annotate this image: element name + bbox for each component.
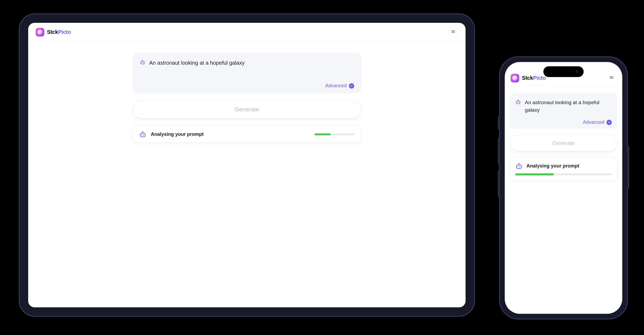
phone-dynamic-island — [543, 66, 584, 77]
logo-text: StckPicto — [47, 29, 71, 35]
status-card: Analysing your prompt — [133, 126, 361, 143]
hamburger-icon — [610, 78, 613, 78]
content-stack: An astronaut looking at a hopeful galaxy… — [510, 94, 617, 314]
prompt-card: An astronaut looking at a hopeful galaxy… — [510, 94, 617, 129]
chevron-down-icon — [349, 83, 354, 89]
generate-button-label: Generate — [552, 140, 575, 146]
phone-device-frame: StckPicto — [499, 56, 628, 319]
prompt-input[interactable]: An astronaut looking at a hopeful galaxy — [149, 59, 245, 67]
chevron-down-icon — [606, 120, 612, 125]
phone-power-button — [627, 146, 629, 189]
menu-button[interactable] — [448, 27, 458, 37]
app-logo[interactable]: StckPicto — [511, 74, 546, 82]
svg-point-1 — [141, 62, 142, 63]
svg-rect-10 — [516, 101, 520, 104]
tablet-device-frame: StckPicto — [19, 13, 475, 317]
advanced-toggle[interactable]: Advanced — [140, 83, 354, 89]
status-card: Analysing your prompt — [510, 158, 617, 180]
hamburger-icon — [451, 32, 455, 32]
svg-point-17 — [519, 166, 521, 167]
robot-icon — [140, 59, 145, 65]
svg-point-6 — [141, 134, 142, 136]
progress-bar-fill — [314, 133, 331, 135]
svg-point-4 — [142, 60, 143, 60]
status-text: Analysing your prompt — [151, 132, 204, 137]
main-content: An astronaut looking at a hopeful galaxy… — [28, 42, 466, 307]
advanced-label: Advanced — [325, 83, 347, 89]
robot-icon — [515, 99, 521, 105]
logo-mark-icon — [511, 74, 519, 82]
advanced-label: Advanced — [583, 119, 604, 125]
logo-text-primary: Stck — [522, 75, 533, 81]
prompt-row: An astronaut looking at a hopeful galaxy — [515, 99, 612, 114]
logo-text-accent: Picto — [58, 29, 71, 35]
logo-text-primary: Stck — [47, 29, 58, 35]
svg-point-12 — [518, 102, 519, 103]
phone-screen: StckPicto — [505, 62, 622, 314]
svg-rect-5 — [140, 133, 145, 137]
svg-point-7 — [143, 134, 144, 136]
menu-button[interactable] — [607, 73, 616, 83]
app-logo[interactable]: StckPicto — [36, 28, 71, 37]
generate-button[interactable]: Generate — [133, 101, 361, 118]
svg-point-14 — [518, 99, 518, 100]
svg-rect-15 — [516, 165, 522, 169]
prompt-card: An astronaut looking at a hopeful galaxy… — [133, 53, 361, 93]
progress-bar — [314, 133, 355, 135]
svg-point-16 — [518, 166, 519, 167]
progress-bar — [515, 173, 612, 175]
logo-text: StckPicto — [522, 75, 546, 81]
main-content: An astronaut looking at a hopeful galaxy… — [505, 86, 622, 314]
status-text: Analysing your prompt — [526, 163, 579, 169]
logo-mark-icon — [36, 28, 44, 37]
phone-side-button — [498, 116, 500, 130]
generate-button[interactable]: Generate — [510, 135, 617, 151]
svg-point-19 — [518, 163, 519, 164]
svg-point-9 — [142, 131, 143, 132]
svg-point-11 — [517, 102, 518, 103]
tablet-screen: StckPicto — [28, 23, 466, 307]
app-header: StckPicto — [28, 23, 466, 42]
generate-button-label: Generate — [235, 106, 259, 113]
robot-icon — [515, 162, 523, 170]
progress-bar-fill — [515, 173, 554, 175]
prompt-row: An astronaut looking at a hopeful galaxy — [140, 59, 354, 67]
advanced-toggle[interactable]: Advanced — [515, 119, 612, 125]
phone-volume-down-button — [498, 170, 500, 197]
phone-volume-up-button — [498, 138, 500, 165]
prompt-input[interactable]: An astronaut looking at a hopeful galaxy — [525, 99, 612, 114]
content-stack: An astronaut looking at a hopeful galaxy… — [133, 53, 361, 307]
svg-rect-0 — [141, 61, 145, 64]
logo-text-accent: Picto — [533, 75, 546, 81]
robot-icon — [139, 130, 147, 138]
svg-point-2 — [143, 62, 144, 63]
